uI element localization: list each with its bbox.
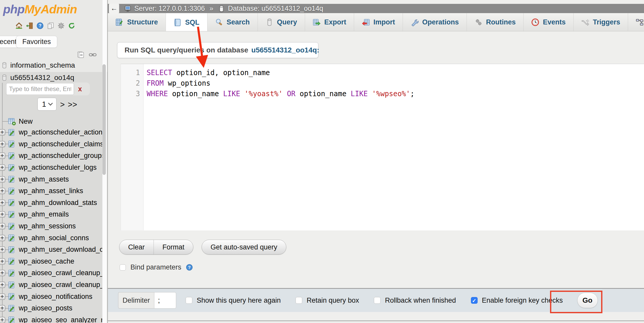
- table-item-wp-actionscheduler-groups[interactable]: +wp_actionscheduler_groups: [0, 150, 102, 162]
- refresh-icon[interactable]: [68, 22, 75, 29]
- sql-token-plain: option_name: [296, 89, 351, 98]
- database-item-selected[interactable]: u565514312_oo14q: [1, 74, 74, 82]
- clear-format-group: Clear Format: [119, 240, 193, 255]
- expand-icon[interactable]: +: [0, 223, 5, 229]
- sql-token-kw: LIKE: [351, 89, 368, 98]
- tab-structure[interactable]: Structure: [108, 13, 166, 31]
- search-icon: [215, 18, 223, 26]
- tab-export[interactable]: Export: [305, 13, 354, 31]
- expand-icon[interactable]: +: [0, 200, 5, 206]
- format-button[interactable]: Format: [154, 240, 193, 254]
- clear-button[interactable]: Clear: [119, 240, 154, 254]
- triggers-icon: [581, 18, 589, 26]
- table-filter-input[interactable]: [6, 83, 74, 95]
- legend-database-link[interactable]: u565514312_oo14q:: [251, 46, 319, 54]
- home-icon[interactable]: [15, 22, 23, 29]
- help-icon[interactable]: ?: [36, 22, 44, 29]
- breadcrumb-server[interactable]: Server: 127.0.0.1:3306: [134, 5, 205, 13]
- expand-icon[interactable]: +: [0, 164, 5, 171]
- filter-clear-button[interactable]: x: [78, 85, 82, 93]
- table-item-wp-aioseo-notifications[interactable]: +wp_aioseo_notifications: [0, 291, 102, 302]
- next-page-link[interactable]: >: [60, 100, 65, 109]
- tab-label: Query: [277, 18, 297, 26]
- table-icon: [8, 129, 16, 136]
- table-item-wp-actionscheduler-logs[interactable]: +wp_actionscheduler_logs: [0, 162, 102, 174]
- bind-parameters-checkbox[interactable]: [120, 264, 126, 271]
- expand-icon[interactable]: +: [0, 211, 5, 218]
- table-item-wp-aioseo-posts[interactable]: +wp_aioseo_posts: [0, 302, 102, 314]
- server-icon: [124, 5, 131, 12]
- table-icon: [8, 164, 16, 172]
- database-item-information-schema[interactable]: information_schema: [1, 61, 75, 69]
- page-select[interactable]: 1: [37, 98, 56, 111]
- sql-editor[interactable]: 123 SELECT option_id, option_nameFROM wp…: [121, 64, 644, 230]
- table-item-wp-ahm-asset-links[interactable]: +wp_ahm_asset_links: [0, 185, 102, 197]
- expand-icon[interactable]: +: [0, 235, 5, 241]
- table-item-wp-ahm-assets[interactable]: +wp_ahm_assets: [0, 173, 102, 185]
- bottom-divider: [108, 320, 644, 321]
- table-item-wp-actionscheduler-claims[interactable]: +wp_actionscheduler_claims: [0, 138, 102, 150]
- scrollbar-thumb[interactable]: [102, 64, 106, 175]
- expand-icon[interactable]: +: [0, 176, 5, 183]
- expand-icon[interactable]: +: [0, 246, 5, 253]
- delimiter-input[interactable]: [154, 292, 176, 309]
- tab-designer[interactable]: Designer: [628, 13, 644, 31]
- help-icon[interactable]: ?: [186, 264, 193, 271]
- tab-routines[interactable]: Routines: [467, 13, 524, 31]
- collapse-all-icon[interactable]: [77, 51, 85, 58]
- last-page-link[interactable]: >>: [68, 100, 77, 109]
- expand-icon[interactable]: +: [0, 188, 5, 194]
- option-rollback-when-finished: Rollback when finished: [374, 297, 456, 304]
- expand-icon[interactable]: +: [0, 317, 5, 323]
- expand-icon[interactable]: +: [0, 270, 5, 276]
- database-label: information_schema: [10, 61, 75, 69]
- option-label: Rollback when finished: [385, 297, 456, 304]
- favorites-button[interactable]: Favorites: [16, 36, 57, 48]
- table-item-wp-ahm-download-stats[interactable]: +wp_ahm_download_stats: [0, 197, 102, 209]
- phpmyadmin-logo[interactable]: phpMyAdmin: [3, 2, 77, 16]
- breadcrumb: ← Server: 127.0.0.1:3306 » Database: u56…: [108, 4, 644, 13]
- database-icon: [218, 5, 225, 12]
- sidebar-action-icons: ?: [15, 22, 75, 29]
- logout-icon[interactable]: [26, 22, 33, 29]
- expand-icon[interactable]: +: [0, 152, 5, 159]
- get-auto-saved-query-button[interactable]: Get auto-saved query: [202, 240, 286, 254]
- table-item-wp-ahm-sessions[interactable]: +wp_ahm_sessions: [0, 220, 102, 232]
- table-item-wp-aioseo-crawl-cleanup-lo[interactable]: +wp_aioseo_crawl_cleanup_lo: [0, 279, 102, 291]
- expand-icon[interactable]: +: [0, 293, 5, 300]
- expand-icon[interactable]: +: [0, 141, 5, 147]
- unlink-icon[interactable]: [89, 51, 97, 58]
- tab-operations[interactable]: Operations: [403, 13, 467, 31]
- docs-icon[interactable]: [47, 22, 54, 29]
- expand-icon[interactable]: +: [0, 258, 5, 265]
- table-item-wp-ahm-emails[interactable]: +wp_ahm_emails: [0, 209, 102, 220]
- table-item-wp-actionscheduler-actions[interactable]: +wp_actionscheduler_actions: [0, 127, 102, 138]
- tab-triggers[interactable]: Triggers: [574, 13, 628, 31]
- checkbox[interactable]: ✓: [471, 297, 478, 304]
- sql-code[interactable]: SELECT option_id, option_nameFROM wp_opt…: [144, 64, 414, 230]
- table-item-wp-ahm-social-conns[interactable]: +wp_ahm_social_conns: [0, 232, 102, 244]
- tab-events[interactable]: Events: [524, 13, 574, 31]
- sql-token-plain: option_id, option_name: [172, 68, 270, 77]
- sidebar-scrollbar[interactable]: [102, 0, 107, 323]
- table-icon: [8, 152, 16, 160]
- back-button[interactable]: ←: [109, 4, 119, 13]
- table-label: wp_aioseo_seo_analyzer_res: [19, 316, 102, 323]
- expand-icon[interactable]: +: [0, 129, 5, 136]
- table-item-wp-aioseo-crawl-cleanup-bl[interactable]: +wp_aioseo_crawl_cleanup_bl: [0, 267, 102, 279]
- table-icon: [8, 140, 16, 148]
- tab-query[interactable]: Query: [258, 13, 305, 31]
- table-item-wp-aioseo-cache[interactable]: +wp_aioseo_cache: [0, 256, 102, 267]
- settings-icon[interactable]: [58, 22, 65, 29]
- table-label: wp_ahm_user_download_cou: [19, 246, 102, 254]
- expand-icon[interactable]: +: [0, 282, 5, 288]
- table-item-wp-aioseo-seo-analyzer-res[interactable]: +wp_aioseo_seo_analyzer_res: [0, 314, 102, 323]
- expand-icon[interactable]: +: [0, 305, 5, 311]
- checkbox[interactable]: [374, 297, 381, 304]
- tab-import[interactable]: Import: [354, 13, 403, 31]
- table-item-wp-ahm-user-download-cou[interactable]: +wp_ahm_user_download_cou: [0, 244, 102, 256]
- checkbox[interactable]: [296, 297, 302, 304]
- checkbox[interactable]: [186, 297, 192, 304]
- new-table-item[interactable]: New: [0, 116, 102, 127]
- breadcrumb-database[interactable]: Database: u565514312_oo14q: [228, 5, 323, 13]
